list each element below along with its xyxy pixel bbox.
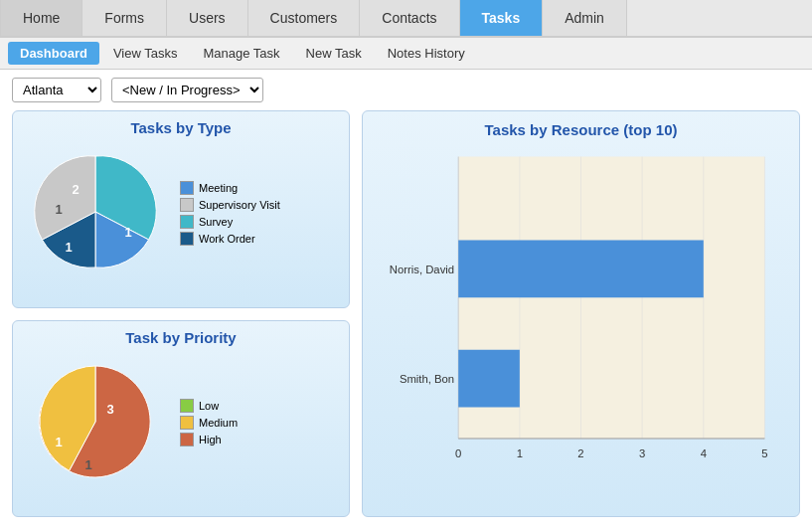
svg-rect-14 bbox=[458, 241, 704, 298]
legend-color-workorder bbox=[180, 232, 194, 246]
main-content: Tasks by Type 2 1 bbox=[0, 110, 812, 529]
tasks-by-type-card: Tasks by Type 2 1 bbox=[12, 110, 350, 308]
nav-tab-home[interactable]: Home bbox=[0, 0, 82, 36]
task-by-priority-card: Task by Priority 3 1 1 bbox=[12, 320, 350, 518]
sub-tab-manage-task[interactable]: Manage Task bbox=[191, 42, 291, 65]
sub-tab-dashboard[interactable]: Dashboard bbox=[8, 42, 99, 65]
svg-text:1: 1 bbox=[65, 240, 72, 255]
svg-text:0: 0 bbox=[455, 447, 461, 459]
legend-item-high: High bbox=[180, 433, 238, 446]
svg-text:2: 2 bbox=[72, 182, 79, 197]
legend-item-survey: Survey bbox=[180, 215, 280, 229]
legend-color-high bbox=[180, 433, 194, 446]
nav-tab-contacts[interactable]: Contacts bbox=[360, 0, 459, 36]
nav-tab-users[interactable]: Users bbox=[167, 0, 248, 36]
tasks-by-type-legend: Meeting Supervisory Visit Survey Work Or… bbox=[180, 181, 280, 246]
legend-color-survey bbox=[180, 215, 194, 229]
sub-navigation: Dashboard View Tasks Manage Task New Tas… bbox=[0, 38, 812, 70]
svg-text:4: 4 bbox=[701, 447, 708, 459]
legend-color-meeting bbox=[180, 181, 194, 195]
legend-item-meeting: Meeting bbox=[180, 181, 280, 195]
svg-text:1: 1 bbox=[124, 225, 131, 240]
filter-row: Atlanta New York Chicago <New / In Progr… bbox=[0, 70, 812, 110]
svg-text:2: 2 bbox=[577, 447, 583, 459]
svg-text:Smith, Bon: Smith, Bon bbox=[400, 373, 454, 385]
sub-tab-view-tasks[interactable]: View Tasks bbox=[101, 42, 190, 65]
legend-color-low bbox=[180, 399, 194, 413]
task-by-priority-inner: 3 1 1 Low Medium bbox=[21, 352, 341, 494]
legend-item-workorder: Work Order bbox=[180, 232, 280, 246]
nav-tab-admin[interactable]: Admin bbox=[543, 0, 627, 36]
svg-text:1: 1 bbox=[55, 202, 62, 217]
svg-text:Norris, David: Norris, David bbox=[390, 264, 454, 275]
status-filter[interactable]: <New / In Progress> Completed All bbox=[111, 78, 263, 102]
top-navigation: Home Forms Users Customers Contacts Task… bbox=[0, 0, 812, 38]
tasks-by-type-inner: 2 1 1 1 Meeting Supervisory Visit bbox=[21, 142, 341, 284]
tasks-by-resource-title: Tasks by Resource (top 10) bbox=[377, 121, 785, 138]
task-by-priority-legend: Low Medium High bbox=[180, 399, 238, 446]
sub-tab-notes-history[interactable]: Notes History bbox=[376, 42, 477, 65]
nav-tab-tasks[interactable]: Tasks bbox=[460, 0, 544, 36]
legend-label-high: High bbox=[199, 434, 222, 445]
legend-label-supervisory: Supervisory Visit bbox=[199, 199, 280, 211]
legend-color-medium bbox=[180, 416, 194, 430]
bar-chart-container: Norris, David Smith, Bon 0 1 2 3 4 5 bbox=[377, 146, 785, 501]
tasks-by-resource-card: Tasks by Resource (top 10) bbox=[362, 110, 800, 517]
legend-item-supervisory: Supervisory Visit bbox=[180, 198, 280, 212]
legend-color-supervisory bbox=[180, 198, 194, 212]
left-column: Tasks by Type 2 1 bbox=[12, 110, 350, 517]
svg-text:3: 3 bbox=[106, 402, 113, 417]
location-filter[interactable]: Atlanta New York Chicago bbox=[12, 78, 101, 102]
legend-item-low: Low bbox=[180, 399, 238, 413]
tasks-by-type-pie: 2 1 1 1 bbox=[21, 142, 170, 284]
legend-label-low: Low bbox=[199, 400, 219, 412]
sub-tab-new-task[interactable]: New Task bbox=[294, 42, 374, 65]
nav-tab-customers[interactable]: Customers bbox=[248, 0, 361, 36]
legend-label-workorder: Work Order bbox=[199, 233, 255, 245]
task-by-priority-pie: 3 1 1 bbox=[21, 352, 170, 494]
svg-text:3: 3 bbox=[639, 447, 645, 459]
svg-text:5: 5 bbox=[761, 447, 767, 459]
legend-item-medium: Medium bbox=[180, 416, 238, 430]
svg-text:1: 1 bbox=[84, 457, 91, 472]
legend-label-medium: Medium bbox=[199, 417, 238, 429]
legend-label-survey: Survey bbox=[199, 216, 233, 228]
legend-label-meeting: Meeting bbox=[199, 182, 238, 194]
nav-tab-forms[interactable]: Forms bbox=[82, 0, 167, 36]
svg-text:1: 1 bbox=[517, 447, 523, 459]
task-by-priority-title: Task by Priority bbox=[21, 329, 341, 346]
svg-text:1: 1 bbox=[55, 435, 62, 449]
tasks-by-type-title: Tasks by Type bbox=[21, 119, 341, 136]
svg-rect-15 bbox=[458, 350, 520, 408]
